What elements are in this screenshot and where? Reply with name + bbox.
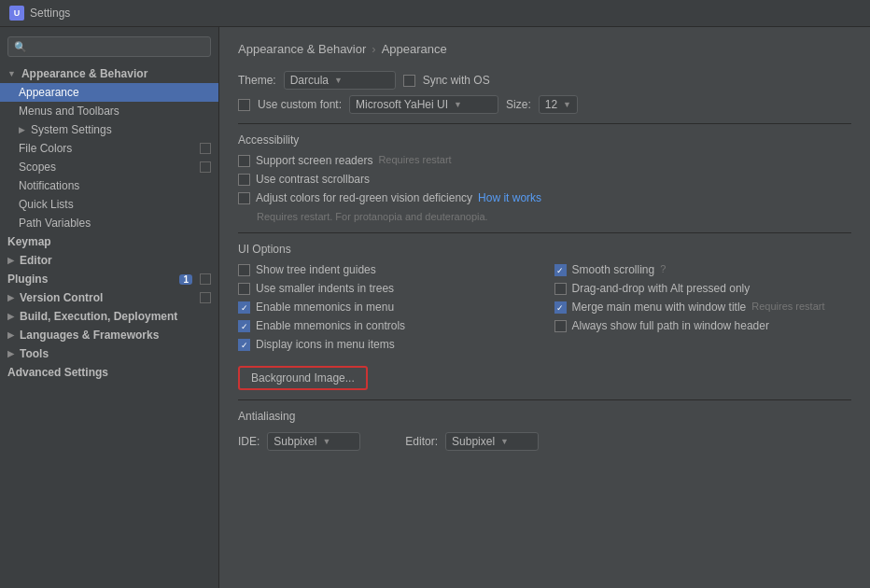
tree-indent-label: Show tree indent guides (256, 263, 376, 276)
app-icon: U (9, 6, 24, 21)
ide-aa-value: Subpixel (274, 435, 316, 448)
main-container: 🔍 ▼ Appearance & Behavior Appearance Men… (0, 27, 870, 588)
breadcrumb: Appearance & Behavior › Appearance (238, 42, 851, 56)
display-icons-checkbox[interactable] (238, 339, 250, 351)
screen-readers-row: Support screen readers Requires restart (238, 154, 851, 167)
mnemonics-menu-checkbox[interactable] (238, 301, 250, 314)
window-title: Settings (30, 7, 70, 20)
ui-options-left: Show tree indent guides Use smaller inde… (238, 263, 536, 357)
mnemonics-menu-label: Enable mnemonics in menu (256, 301, 394, 314)
smaller-indents-checkbox[interactable] (238, 283, 250, 295)
editor-aa-chevron-icon: ▼ (500, 437, 509, 446)
mnemonics-menu-row: Enable mnemonics in menu (238, 301, 536, 314)
smaller-indents-row: Use smaller indents in trees (238, 282, 536, 295)
vc-icon (200, 292, 211, 303)
theme-value: Darcula (290, 74, 329, 87)
sidebar-item-system-settings[interactable]: ▶ System Settings (0, 120, 218, 139)
merge-menu-checkbox[interactable] (554, 301, 567, 314)
mnemonics-controls-label: Enable mnemonics in controls (256, 319, 405, 332)
chevron-right-icon-tools: ▶ (7, 349, 14, 358)
sidebar-item-build-execution[interactable]: ▶ Build, Execution, Deployment (0, 307, 218, 326)
drag-drop-row: Drag-and-drop with Alt pressed only (554, 282, 852, 295)
editor-aa-label: Editor: (405, 435, 438, 448)
sidebar-item-languages-frameworks[interactable]: ▶ Languages & Frameworks (0, 326, 218, 344)
screen-readers-label: Support screen readers (256, 154, 372, 167)
full-path-checkbox[interactable] (554, 320, 567, 332)
ide-aa-chevron-icon: ▼ (322, 437, 330, 446)
theme-row: Theme: Darcula ▼ Sync with OS (238, 71, 851, 90)
antialiasing-title: Antialiasing (238, 410, 851, 423)
accessibility-title: Accessibility (238, 133, 851, 147)
font-row: Use custom font: Microsoft YaHei UI ▼ Si… (238, 95, 851, 114)
drag-drop-checkbox[interactable] (554, 283, 567, 295)
sidebar-item-path-variables[interactable]: Path Variables (0, 214, 218, 232)
chevron-down-icon: ▼ (334, 76, 343, 85)
sidebar-item-scopes[interactable]: Scopes (0, 158, 218, 176)
divider-accessibility (238, 123, 851, 124)
font-size-dropdown[interactable]: 12 ▼ (539, 95, 578, 114)
sidebar-item-version-control[interactable]: ▶ Version Control (0, 288, 218, 307)
display-icons-row: Display icons in menu items (238, 338, 536, 351)
title-bar: U Settings (0, 0, 870, 27)
breadcrumb-parent: Appearance & Behavior (238, 42, 366, 56)
red-green-row: Adjust colors for red-green vision defic… (238, 191, 851, 204)
screen-readers-checkbox[interactable] (238, 155, 250, 167)
content-area: Appearance & Behavior › Appearance Theme… (219, 27, 870, 588)
sidebar-item-tools[interactable]: ▶ Tools (0, 344, 218, 363)
theme-dropdown[interactable]: Darcula ▼ (284, 71, 396, 90)
sidebar-item-plugins[interactable]: Plugins 1 (0, 270, 218, 288)
chevron-right-icon-lang: ▶ (7, 330, 14, 340)
sidebar-item-notifications[interactable]: Notifications (0, 176, 218, 195)
red-green-label: Adjust colors for red-green vision defic… (256, 191, 472, 204)
search-box[interactable]: 🔍 (7, 36, 211, 57)
screen-readers-hint: Requires restart (378, 154, 451, 165)
contrast-scrollbars-checkbox[interactable] (238, 174, 250, 186)
editor-aa-dropdown[interactable]: Subpixel ▼ (445, 432, 539, 451)
sync-with-os-label: Sync with OS (423, 74, 490, 87)
background-image-button[interactable]: Background Image... (238, 366, 368, 390)
tree-indent-checkbox[interactable] (238, 264, 250, 276)
sidebar-item-quick-lists[interactable]: Quick Lists (0, 195, 218, 214)
sidebar: 🔍 ▼ Appearance & Behavior Appearance Men… (0, 27, 219, 588)
contrast-scrollbars-label: Use contrast scrollbars (256, 173, 370, 186)
size-chevron-icon: ▼ (563, 100, 571, 109)
font-dropdown[interactable]: Microsoft YaHei UI ▼ (349, 95, 498, 114)
font-value: Microsoft YaHei UI (356, 98, 448, 111)
drag-drop-label: Drag-and-drop with Alt pressed only (572, 282, 751, 295)
smooth-scrolling-checkbox[interactable] (554, 264, 567, 276)
red-green-checkbox[interactable] (238, 192, 250, 204)
mnemonics-controls-row: Enable mnemonics in controls (238, 319, 536, 332)
ide-aa-dropdown[interactable]: Subpixel ▼ (267, 432, 360, 451)
sync-with-os-checkbox[interactable] (403, 75, 415, 87)
size-label: Size: (506, 98, 531, 111)
smaller-indents-label: Use smaller indents in trees (256, 282, 394, 295)
sidebar-item-appearance[interactable]: Appearance (0, 83, 218, 102)
display-icons-label: Display icons in menu items (256, 338, 395, 351)
tree-indent-row: Show tree indent guides (238, 263, 536, 276)
ui-options-right: Smooth scrolling ? Drag-and-drop with Al… (554, 263, 852, 357)
chevron-right-icon-editor: ▶ (7, 256, 14, 265)
chevron-right-icon: ▶ (19, 125, 25, 134)
how-it-works-link[interactable]: How it works (478, 191, 541, 204)
plugins-badge: 1 (179, 274, 192, 285)
mnemonics-controls-checkbox[interactable] (238, 320, 250, 332)
font-chevron-icon: ▼ (454, 100, 462, 109)
ui-options-title: UI Options (238, 243, 851, 256)
sidebar-item-keymap[interactable]: Keymap (0, 232, 218, 251)
contrast-scrollbars-row: Use contrast scrollbars (238, 173, 851, 186)
scopes-icon (200, 161, 211, 173)
custom-font-checkbox[interactable] (238, 99, 250, 111)
sidebar-item-appearance-behavior[interactable]: ▼ Appearance & Behavior (0, 64, 218, 83)
sidebar-item-editor[interactable]: ▶ Editor (0, 251, 218, 270)
chevron-down-icon: ▼ (7, 69, 16, 78)
smooth-scrolling-help-icon[interactable]: ? (660, 263, 666, 274)
sidebar-item-file-colors[interactable]: File Colors (0, 139, 218, 158)
sidebar-item-menus-toolbars[interactable]: Menus and Toolbars (0, 102, 218, 120)
font-label: Use custom font: (258, 98, 342, 111)
theme-label: Theme: (238, 74, 276, 87)
ide-aa-label: IDE: (238, 435, 260, 448)
search-input[interactable] (31, 40, 204, 53)
antialiasing-row: IDE: Subpixel ▼ Editor: Subpixel ▼ (238, 432, 851, 451)
chevron-right-icon-build: ▶ (7, 312, 14, 321)
sidebar-item-advanced-settings[interactable]: Advanced Settings (0, 363, 218, 382)
